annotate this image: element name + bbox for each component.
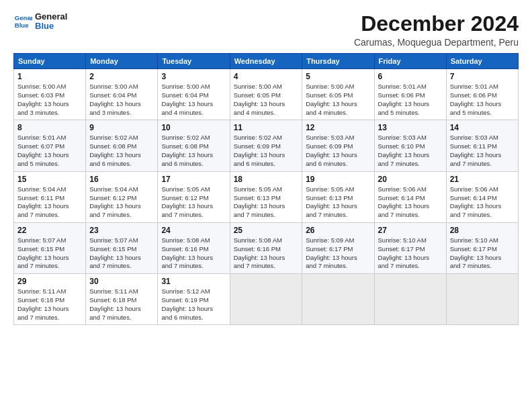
title-block: December 2024 Carumas, Moquegua Departme… xyxy=(354,12,519,48)
svg-text:General: General xyxy=(15,15,32,22)
day-number: 14 xyxy=(450,123,515,132)
day-info: Sunrise: 5:00 AM Sunset: 6:05 PM Dayligh… xyxy=(234,83,299,117)
day-number: 13 xyxy=(378,123,443,132)
day-number: 10 xyxy=(161,123,226,132)
calendar-cell: 2Sunrise: 5:00 AM Sunset: 6:04 PM Daylig… xyxy=(86,69,158,120)
day-number: 28 xyxy=(450,226,515,235)
day-number: 30 xyxy=(89,277,154,286)
day-number: 1 xyxy=(17,72,82,81)
day-info: Sunrise: 5:05 AM Sunset: 6:13 PM Dayligh… xyxy=(234,185,299,220)
header-saturday: Saturday xyxy=(446,54,518,69)
calendar-week-3: 15Sunrise: 5:04 AM Sunset: 6:11 PM Dayli… xyxy=(14,171,519,222)
day-number: 2 xyxy=(89,72,154,81)
day-number: 18 xyxy=(234,175,299,184)
calendar-cell: 16Sunrise: 5:04 AM Sunset: 6:12 PM Dayli… xyxy=(86,171,158,222)
day-info: Sunrise: 5:08 AM Sunset: 6:16 PM Dayligh… xyxy=(234,236,299,271)
header-sunday: Sunday xyxy=(14,54,86,69)
day-number: 23 xyxy=(89,226,154,235)
day-info: Sunrise: 5:09 AM Sunset: 6:17 PM Dayligh… xyxy=(306,236,370,271)
day-number: 31 xyxy=(161,277,226,286)
day-number: 20 xyxy=(378,175,443,184)
svg-text:Blue: Blue xyxy=(15,21,29,29)
day-info: Sunrise: 5:02 AM Sunset: 6:08 PM Dayligh… xyxy=(161,134,226,168)
day-number: 15 xyxy=(17,175,82,184)
logo-line2: Blue xyxy=(35,21,67,31)
day-number: 12 xyxy=(306,123,370,132)
day-number: 21 xyxy=(450,175,515,184)
day-info: Sunrise: 5:04 AM Sunset: 6:12 PM Dayligh… xyxy=(89,185,154,220)
day-number: 19 xyxy=(306,175,370,184)
calendar-cell: 11Sunrise: 5:02 AM Sunset: 6:09 PM Dayli… xyxy=(230,120,302,171)
calendar-cell: 26Sunrise: 5:09 AM Sunset: 6:17 PM Dayli… xyxy=(302,222,374,273)
calendar-week-4: 22Sunrise: 5:07 AM Sunset: 6:15 PM Dayli… xyxy=(14,222,519,273)
day-info: Sunrise: 5:06 AM Sunset: 6:14 PM Dayligh… xyxy=(378,185,443,220)
calendar-cell: 17Sunrise: 5:05 AM Sunset: 6:12 PM Dayli… xyxy=(158,171,230,222)
calendar-cell xyxy=(302,274,374,325)
day-info: Sunrise: 5:03 AM Sunset: 6:11 PM Dayligh… xyxy=(450,134,515,168)
calendar-cell xyxy=(230,274,302,325)
day-info: Sunrise: 5:00 AM Sunset: 6:05 PM Dayligh… xyxy=(306,83,370,117)
calendar-cell: 12Sunrise: 5:03 AM Sunset: 6:09 PM Dayli… xyxy=(302,120,374,171)
day-number: 16 xyxy=(89,175,154,184)
day-number: 17 xyxy=(161,175,226,184)
calendar-cell: 13Sunrise: 5:03 AM Sunset: 6:10 PM Dayli… xyxy=(374,120,446,171)
day-number: 26 xyxy=(306,226,370,235)
calendar-cell: 18Sunrise: 5:05 AM Sunset: 6:13 PM Dayli… xyxy=(230,171,302,222)
calendar-cell: 6Sunrise: 5:01 AM Sunset: 6:06 PM Daylig… xyxy=(374,69,446,120)
calendar-week-2: 8Sunrise: 5:01 AM Sunset: 6:07 PM Daylig… xyxy=(14,120,519,171)
day-info: Sunrise: 5:04 AM Sunset: 6:11 PM Dayligh… xyxy=(17,185,82,220)
calendar-cell: 21Sunrise: 5:06 AM Sunset: 6:14 PM Dayli… xyxy=(446,171,518,222)
day-number: 3 xyxy=(161,72,226,81)
calendar-cell: 7Sunrise: 5:01 AM Sunset: 6:06 PM Daylig… xyxy=(446,69,518,120)
calendar-cell: 14Sunrise: 5:03 AM Sunset: 6:11 PM Dayli… xyxy=(446,120,518,171)
header: General Blue General Blue December 2024 … xyxy=(13,12,519,48)
logo-icon: General Blue xyxy=(13,12,32,31)
header-wednesday: Wednesday xyxy=(230,54,302,69)
calendar-week-5: 29Sunrise: 5:11 AM Sunset: 6:18 PM Dayli… xyxy=(14,274,519,325)
calendar-cell: 5Sunrise: 5:00 AM Sunset: 6:05 PM Daylig… xyxy=(302,69,374,120)
day-number: 24 xyxy=(161,226,226,235)
page-title: December 2024 xyxy=(354,12,519,36)
day-info: Sunrise: 5:10 AM Sunset: 6:17 PM Dayligh… xyxy=(450,236,515,271)
page: General Blue General Blue December 2024 … xyxy=(0,0,532,332)
calendar-cell: 29Sunrise: 5:11 AM Sunset: 6:18 PM Dayli… xyxy=(14,274,86,325)
calendar-table: Sunday Monday Tuesday Wednesday Thursday… xyxy=(13,53,519,325)
calendar-cell xyxy=(374,274,446,325)
logo: General Blue General Blue xyxy=(13,12,67,32)
page-subtitle: Carumas, Moquegua Department, Peru xyxy=(354,37,519,48)
day-info: Sunrise: 5:00 AM Sunset: 6:03 PM Dayligh… xyxy=(17,83,82,117)
day-info: Sunrise: 5:05 AM Sunset: 6:13 PM Dayligh… xyxy=(306,185,370,220)
calendar-cell: 10Sunrise: 5:02 AM Sunset: 6:08 PM Dayli… xyxy=(158,120,230,171)
day-number: 8 xyxy=(17,123,82,132)
calendar-cell xyxy=(446,274,518,325)
calendar-cell: 19Sunrise: 5:05 AM Sunset: 6:13 PM Dayli… xyxy=(302,171,374,222)
calendar-cell: 1Sunrise: 5:00 AM Sunset: 6:03 PM Daylig… xyxy=(14,69,86,120)
calendar-cell: 25Sunrise: 5:08 AM Sunset: 6:16 PM Dayli… xyxy=(230,222,302,273)
day-number: 9 xyxy=(89,123,154,132)
calendar-cell: 9Sunrise: 5:02 AM Sunset: 6:08 PM Daylig… xyxy=(86,120,158,171)
logo-line1: General xyxy=(35,12,67,21)
calendar-cell: 27Sunrise: 5:10 AM Sunset: 6:17 PM Dayli… xyxy=(374,222,446,273)
calendar-cell: 20Sunrise: 5:06 AM Sunset: 6:14 PM Dayli… xyxy=(374,171,446,222)
day-info: Sunrise: 5:01 AM Sunset: 6:07 PM Dayligh… xyxy=(17,134,82,168)
day-info: Sunrise: 5:03 AM Sunset: 6:09 PM Dayligh… xyxy=(306,134,370,168)
calendar-cell: 15Sunrise: 5:04 AM Sunset: 6:11 PM Dayli… xyxy=(14,171,86,222)
day-number: 27 xyxy=(378,226,443,235)
day-number: 25 xyxy=(234,226,299,235)
calendar-cell: 4Sunrise: 5:00 AM Sunset: 6:05 PM Daylig… xyxy=(230,69,302,120)
day-number: 29 xyxy=(17,277,82,286)
calendar-cell: 30Sunrise: 5:11 AM Sunset: 6:18 PM Dayli… xyxy=(86,274,158,325)
calendar-header-row: Sunday Monday Tuesday Wednesday Thursday… xyxy=(14,54,519,69)
day-info: Sunrise: 5:11 AM Sunset: 6:18 PM Dayligh… xyxy=(89,287,154,322)
day-number: 11 xyxy=(234,123,299,132)
header-thursday: Thursday xyxy=(302,54,374,69)
day-number: 4 xyxy=(234,72,299,81)
day-info: Sunrise: 5:02 AM Sunset: 6:09 PM Dayligh… xyxy=(234,134,299,168)
day-number: 22 xyxy=(17,226,82,235)
calendar-cell: 28Sunrise: 5:10 AM Sunset: 6:17 PM Dayli… xyxy=(446,222,518,273)
calendar-cell: 31Sunrise: 5:12 AM Sunset: 6:19 PM Dayli… xyxy=(158,274,230,325)
day-info: Sunrise: 5:00 AM Sunset: 6:04 PM Dayligh… xyxy=(89,83,154,117)
day-info: Sunrise: 5:01 AM Sunset: 6:06 PM Dayligh… xyxy=(378,83,443,117)
calendar-cell: 3Sunrise: 5:00 AM Sunset: 6:04 PM Daylig… xyxy=(158,69,230,120)
day-info: Sunrise: 5:12 AM Sunset: 6:19 PM Dayligh… xyxy=(161,287,226,322)
